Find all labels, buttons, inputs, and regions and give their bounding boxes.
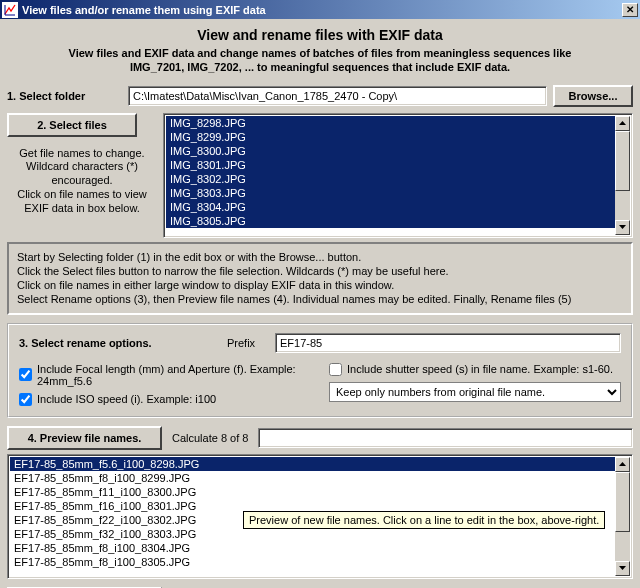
prefix-label: Prefix <box>227 337 267 349</box>
browse-button[interactable]: Browse... <box>553 85 633 107</box>
list-item[interactable]: IMG_8302.JPG <box>166 172 615 186</box>
calculate-status: Calculate 8 of 8 <box>172 432 248 444</box>
select-files-button[interactable]: 2. Select files <box>7 113 137 137</box>
scroll-up-button[interactable] <box>615 457 630 472</box>
instructions-box: Start by Selecting folder (1) in the edi… <box>7 242 633 315</box>
include-iso-checkbox[interactable]: Include ISO speed (i). Example: i100 <box>19 393 311 406</box>
scroll-down-button[interactable] <box>615 561 630 576</box>
svg-marker-3 <box>619 462 626 466</box>
titlebar: View files and/or rename them using EXIF… <box>0 0 640 19</box>
scroll-thumb[interactable] <box>615 472 630 532</box>
include-focal-checkbox[interactable]: Include Focal length (mm) and Aperture (… <box>19 363 311 387</box>
list-item[interactable]: IMG_8300.JPG <box>166 144 615 158</box>
filename-edit-input[interactable] <box>258 428 633 448</box>
scroll-thumb[interactable] <box>615 131 630 191</box>
window-title: View files and/or rename them using EXIF… <box>22 4 266 16</box>
select-folder-label: 1. Select folder <box>7 90 122 102</box>
filename-mode-dropdown[interactable]: Keep only numbers from original file nam… <box>329 382 621 402</box>
list-item[interactable]: EF17-85_85mm_f8_i100_8299.JPG <box>10 471 615 485</box>
close-window-button[interactable]: ✕ <box>622 3 638 17</box>
scrollbar[interactable] <box>615 116 630 235</box>
page-subheading: View files and EXIF data and change name… <box>7 47 633 75</box>
svg-marker-4 <box>619 566 626 570</box>
list-item[interactable]: IMG_8301.JPG <box>166 158 615 172</box>
list-item[interactable]: EF17-85_85mm_f11_i100_8300.JPG <box>10 485 615 499</box>
scroll-down-button[interactable] <box>615 220 630 235</box>
rename-options-label: 3. Select rename options. <box>19 337 219 349</box>
list-item[interactable]: EF17-85_85mm_f32_i100_8303.JPG <box>10 527 615 541</box>
list-item[interactable]: IMG_8305.JPG <box>166 214 615 228</box>
svg-marker-1 <box>619 121 626 125</box>
list-item[interactable]: IMG_8303.JPG <box>166 186 615 200</box>
list-item[interactable]: EF17-85_85mm_f5.6_i100_8298.JPG <box>10 457 615 471</box>
rename-options-group: 3. Select rename options. Prefix Include… <box>7 323 633 418</box>
include-shutter-checkbox[interactable]: Include shutter speed (s) in file name. … <box>329 363 621 376</box>
folder-path-input[interactable] <box>128 86 547 106</box>
preview-filenames-button[interactable]: 4. Preview file names. <box>7 426 162 450</box>
preview-file-list[interactable]: EF17-85_85mm_f5.6_i100_8298.JPG EF17-85_… <box>7 454 633 579</box>
app-icon <box>2 2 18 18</box>
scroll-up-button[interactable] <box>615 116 630 131</box>
list-item[interactable]: EF17-85_85mm_f8_i100_8304.JPG <box>10 541 615 555</box>
list-item[interactable]: IMG_8298.JPG <box>166 116 615 130</box>
source-file-list[interactable]: IMG_8298.JPG IMG_8299.JPG IMG_8300.JPG I… <box>163 113 633 238</box>
prefix-input[interactable] <box>275 333 621 353</box>
svg-marker-2 <box>619 225 626 229</box>
list-item[interactable]: IMG_8299.JPG <box>166 130 615 144</box>
list-item[interactable]: IMG_8304.JPG <box>166 200 615 214</box>
page-heading: View and rename files with EXIF data <box>7 27 633 43</box>
list-item[interactable]: EF17-85_85mm_f8_i100_8305.JPG <box>10 555 615 569</box>
scrollbar[interactable] <box>615 457 630 576</box>
select-files-hint: Get file names to change. Wildcard chara… <box>7 147 157 216</box>
preview-tooltip: Preview of new file names. Click on a li… <box>243 511 605 529</box>
